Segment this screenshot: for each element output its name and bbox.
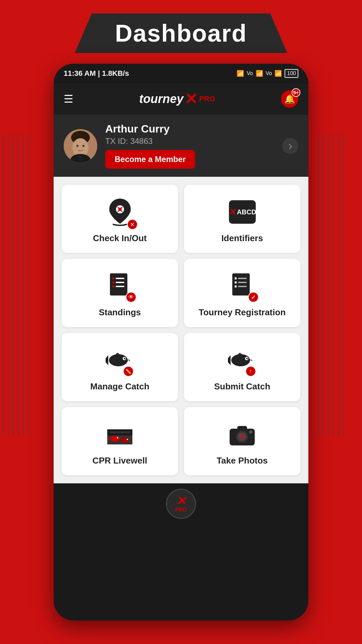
svg-point-50: [127, 439, 128, 440]
svg-rect-29: [235, 281, 237, 283]
become-member-button[interactable]: Become a Member: [105, 150, 195, 169]
submit-catch-label: Submit Catch: [214, 381, 270, 392]
avatar: [64, 129, 97, 163]
grid-item-manage-catch[interactable]: ✏️ Manage Catch: [62, 333, 178, 401]
svg-rect-26: [116, 286, 124, 287]
check-in-out-icon: ✕: [105, 197, 135, 227]
app-logo: tourney ✕ PRO: [139, 90, 215, 108]
svg-point-16: [82, 145, 84, 147]
wifi-icon: 📶: [275, 70, 282, 77]
right-decoration: [315, 134, 362, 436]
dashboard-grid: ✕ Check In/Out ✕ ABCD Identifiers: [62, 185, 300, 475]
svg-rect-21: [112, 277, 114, 279]
bottom-tab-bar: ✕ PRO: [54, 483, 308, 524]
camera-icon: [228, 422, 256, 447]
svg-point-48: [121, 437, 129, 443]
grid-item-cpr-livewell[interactable]: CPR Livewell: [62, 407, 178, 475]
grid-item-take-photos[interactable]: Take Photos: [184, 407, 300, 475]
svg-rect-20: [110, 273, 127, 296]
svg-rect-30: [235, 285, 237, 287]
page-title: Dashboard: [115, 19, 247, 47]
tourney-registration-label: Tourney Registration: [199, 307, 286, 318]
svg-point-38: [231, 354, 250, 366]
svg-rect-55: [237, 426, 247, 430]
svg-rect-22: [112, 281, 114, 283]
logo-text-tourney: tourney: [139, 92, 183, 106]
svg-marker-39: [228, 355, 231, 365]
submit-catch-icon: ↑: [227, 345, 257, 375]
svg-rect-32: [238, 282, 247, 283]
hamburger-menu[interactable]: ☰: [64, 93, 73, 105]
svg-point-60: [249, 430, 252, 434]
svg-rect-53: [110, 431, 130, 433]
signal-icon-2: 📶: [256, 70, 263, 77]
standings-label: Standings: [99, 307, 141, 318]
bottom-logo-text: ✕ PRO: [175, 495, 187, 513]
location-badge: ✕: [127, 219, 138, 230]
phone-mockup: 11:36 AM | 1.8KB/s 📶 Vo 📶 Vo 📶 100 ☰ tou…: [54, 64, 308, 621]
user-tx-id: TX ID: 34863: [105, 137, 274, 146]
standings-eye-badge: 👁: [126, 292, 136, 303]
user-name: Arthur Curry: [105, 123, 274, 135]
battery-level: 100: [287, 70, 296, 76]
take-photos-icon: [227, 419, 257, 449]
grid-item-tourney-registration[interactable]: ✓ Tourney Registration: [184, 259, 300, 327]
battery-indicator: 100: [285, 69, 298, 78]
manage-catch-label: Manage Catch: [90, 381, 149, 392]
notification-bell[interactable]: 🔔 9+: [281, 90, 298, 108]
user-info: Arthur Curry TX ID: 34863 Become a Membe…: [105, 123, 274, 169]
avatar-image: [64, 129, 97, 163]
identifiers-box-icon: ✕ ABCD: [229, 200, 256, 224]
svg-point-37: [124, 358, 126, 360]
page-title-banner: Dashboard: [75, 13, 287, 53]
check-in-out-label: Check In/Out: [93, 233, 146, 244]
vo-wifi-label-2: Vo: [266, 70, 272, 76]
svg-rect-24: [116, 278, 124, 279]
svg-point-44: [110, 436, 120, 442]
user-profile-section: Arthur Curry TX ID: 34863 Become a Membe…: [54, 115, 308, 177]
svg-rect-25: [116, 282, 124, 283]
status-time: 11:36 AM | 1.8KB/s: [64, 69, 129, 78]
grid-item-standings[interactable]: 👁 Standings: [62, 259, 178, 327]
tourney-reg-icon: ✓: [227, 271, 257, 301]
cpr-livewell-icon: [105, 419, 135, 449]
signal-icon: 📶: [237, 70, 244, 77]
tourney-reg-check-badge: ✓: [248, 292, 259, 303]
profile-chevron[interactable]: ›: [282, 138, 298, 154]
identifiers-label-icon: ✕ ABCD: [228, 207, 256, 217]
svg-point-41: [246, 358, 248, 360]
logo-pro-text: PRO: [199, 95, 215, 103]
svg-point-15: [76, 145, 78, 147]
submit-catch-upload-badge: ↑: [245, 366, 256, 377]
svg-marker-35: [106, 355, 108, 365]
manage-catch-edit-badge: ✏️: [123, 366, 134, 377]
grid-item-submit-catch[interactable]: ↑ Submit Catch: [184, 333, 300, 401]
svg-rect-33: [238, 286, 247, 287]
cpr-livewell-label: CPR Livewell: [93, 455, 147, 466]
notification-badge: 9+: [292, 88, 300, 97]
svg-rect-31: [238, 278, 247, 279]
standings-icon: 👁: [105, 271, 135, 301]
svg-rect-28: [235, 277, 237, 279]
dashboard-grid-container: ✕ Check In/Out ✕ ABCD Identifiers: [54, 177, 308, 483]
logo-x-icon: ✕: [185, 90, 198, 108]
identifiers-label: Identifiers: [221, 233, 263, 244]
identifiers-icon-container: ✕ ABCD: [227, 197, 257, 227]
bottom-logo[interactable]: ✕ PRO: [166, 489, 196, 519]
grid-item-check-in-out[interactable]: ✕ Check In/Out: [62, 185, 178, 253]
svg-point-47: [118, 437, 118, 438]
app-header: ☰ tourney ✕ PRO 🔔 9+: [54, 83, 308, 115]
left-decoration: [0, 134, 47, 436]
bottom-x-icon: ✕: [176, 495, 186, 507]
status-right: 📶 Vo 📶 Vo 📶 100: [237, 69, 298, 78]
grid-item-identifiers[interactable]: ✕ ABCD Identifiers: [184, 185, 300, 253]
status-bar: 11:36 AM | 1.8KB/s 📶 Vo 📶 Vo 📶 100: [54, 64, 308, 83]
livewell-icon: [106, 423, 134, 446]
vo-wifi-label: Vo: [247, 70, 253, 76]
svg-point-34: [109, 354, 128, 366]
take-photos-label: Take Photos: [217, 455, 268, 466]
manage-catch-icon: ✏️: [105, 345, 135, 375]
svg-rect-27: [232, 273, 250, 296]
svg-rect-23: [112, 285, 114, 287]
bottom-pro-text: PRO: [175, 507, 187, 513]
